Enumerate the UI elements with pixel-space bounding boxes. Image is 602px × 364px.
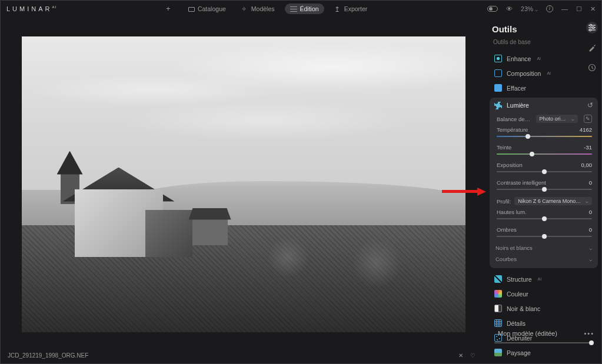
tool-enhance[interactable]: Enhance AI bbox=[490, 51, 598, 66]
bw-icon bbox=[494, 305, 502, 312]
shadows-slider[interactable] bbox=[497, 234, 592, 239]
panel-tab-mask[interactable] bbox=[586, 42, 598, 54]
exposure-slider[interactable] bbox=[497, 169, 592, 174]
zoom-dropdown[interactable]: 23% ⌵ bbox=[521, 5, 538, 12]
ai-tag: AI bbox=[538, 277, 542, 281]
topbar: LUMINARAI Catalogue Modèles Édition Expo… bbox=[1, 1, 601, 17]
profile-value: Nikon Z 6 Camera Monoc… bbox=[518, 198, 583, 204]
tool-bw[interactable]: Noir & blanc bbox=[490, 301, 598, 316]
nav-edit-label: Édition bbox=[300, 5, 319, 12]
profile-label: Profil: bbox=[497, 198, 511, 205]
svg-point-3 bbox=[592, 26, 594, 28]
history-icon bbox=[588, 64, 596, 72]
panel-tab-history[interactable] bbox=[586, 62, 598, 74]
tint-label: Teinte bbox=[497, 144, 511, 151]
highlights-label: Hautes lum. bbox=[497, 209, 527, 215]
folder-icon bbox=[188, 7, 195, 12]
tool-light[interactable]: Lumière ↺ bbox=[490, 98, 598, 113]
wb-picker[interactable]: ✎ bbox=[584, 115, 592, 123]
chevron-down-icon: ⌵ bbox=[589, 245, 592, 251]
nav-group: Catalogue Modèles Édition Exporter bbox=[161, 4, 372, 14]
tool-erase[interactable]: Effacer bbox=[490, 81, 598, 95]
equalizer-icon bbox=[588, 24, 596, 32]
export-icon bbox=[334, 5, 341, 12]
panel-tab-tools[interactable] bbox=[586, 22, 598, 34]
tool-color[interactable]: Couleur bbox=[490, 286, 598, 301]
shadows-label: Ombres bbox=[497, 226, 517, 233]
highlights-slider[interactable] bbox=[497, 216, 592, 221]
enhance-icon bbox=[494, 55, 502, 62]
tool-light-label: Lumière bbox=[507, 102, 529, 109]
nav-models[interactable]: Modèles bbox=[236, 4, 280, 14]
chevron-down-icon: ⌵ bbox=[586, 199, 588, 204]
preset-more-button[interactable]: ••• bbox=[584, 330, 594, 337]
temperature-value: 4162 bbox=[580, 126, 592, 133]
temperature-slider[interactable] bbox=[497, 134, 592, 139]
nav-export-label: Exporter bbox=[344, 5, 368, 12]
chevron-down-icon: ⌵ bbox=[589, 256, 592, 262]
view-controls: 23% ⌵ bbox=[487, 5, 553, 12]
info-button[interactable] bbox=[546, 5, 553, 12]
footer: JCD_291219_1998_ORG.NEF ✕ ♡ bbox=[1, 347, 486, 363]
tool-composition[interactable]: Composition AI bbox=[490, 66, 598, 81]
nav-catalogue-label: Catalogue bbox=[198, 5, 226, 12]
sliders-icon bbox=[290, 5, 297, 12]
canvas-area[interactable] bbox=[1, 17, 486, 348]
erase-icon bbox=[494, 84, 502, 92]
favorite-button[interactable]: ♡ bbox=[470, 352, 475, 359]
shadows-value: 0 bbox=[589, 226, 592, 233]
panel-subtitle: Outils de base bbox=[493, 39, 598, 45]
brand-logo: LUMINARAI bbox=[6, 5, 56, 12]
window-maximize[interactable]: ☐ bbox=[576, 5, 582, 13]
exposure-label: Exposition bbox=[497, 162, 523, 168]
profile-dropdown[interactable]: Nikon Z 6 Camera Monoc… ⌵ bbox=[514, 197, 592, 205]
subsection-bw-label: Noirs et blancs bbox=[495, 245, 533, 251]
wb-label: Balance des bl… bbox=[497, 116, 532, 122]
window-close[interactable]: ✕ bbox=[590, 5, 596, 13]
details-icon bbox=[494, 319, 502, 327]
reject-button[interactable]: ✕ bbox=[458, 352, 463, 359]
compare-toggle[interactable] bbox=[487, 6, 498, 12]
subsection-curves[interactable]: Courbes ⌵ bbox=[490, 253, 598, 265]
brush-icon bbox=[588, 44, 596, 52]
chevron-down-icon: ⌵ bbox=[571, 116, 574, 122]
nav-export[interactable]: Exporter bbox=[329, 4, 373, 14]
temperature-label: Température bbox=[497, 126, 528, 133]
preset-amount-slider[interactable] bbox=[494, 340, 593, 345]
wand-icon bbox=[241, 5, 248, 12]
reset-button[interactable]: ↺ bbox=[587, 101, 593, 109]
smart-contrast-slider[interactable] bbox=[497, 187, 592, 192]
sun-icon bbox=[494, 102, 502, 109]
window-minimize[interactable]: — bbox=[561, 5, 568, 13]
window-controls: — ☐ ✕ bbox=[561, 5, 596, 13]
tint-value: -31 bbox=[584, 144, 592, 151]
landscape-icon bbox=[494, 349, 502, 356]
nav-catalogue[interactable]: Catalogue bbox=[183, 4, 231, 14]
crop-icon bbox=[494, 69, 502, 77]
subsection-bw[interactable]: Noirs et blancs ⌵ bbox=[490, 242, 598, 253]
preset-label: Mon modèle (éditée) bbox=[498, 330, 557, 337]
ai-tag: AI bbox=[537, 56, 541, 61]
tools-panel: Outils Outils de base Enhance bbox=[486, 17, 601, 348]
wb-dropdown[interactable]: Photo origi… ⌵ bbox=[536, 115, 578, 123]
tool-structure[interactable]: Structure AI bbox=[490, 272, 598, 286]
svg-point-5 bbox=[589, 29, 591, 31]
smart-contrast-value: 0 bbox=[589, 179, 592, 186]
subsection-curves-label: Courbes bbox=[495, 256, 517, 262]
svg-point-1 bbox=[590, 24, 591, 26]
tool-structure-label: Structure bbox=[507, 276, 532, 283]
color-icon bbox=[494, 290, 502, 298]
tint-slider[interactable] bbox=[497, 152, 592, 156]
add-button[interactable] bbox=[161, 4, 178, 14]
tool-details-label: Détails bbox=[507, 320, 525, 327]
preview-toggle[interactable] bbox=[506, 5, 513, 12]
highlights-value: 0 bbox=[589, 209, 592, 215]
tool-enhance-label: Enhance bbox=[507, 55, 531, 62]
annotation-arrow bbox=[442, 188, 486, 196]
nav-edit[interactable]: Édition bbox=[285, 4, 324, 14]
tool-bw-label: Noir & blanc bbox=[507, 305, 540, 312]
wb-value: Photo origi… bbox=[540, 116, 569, 122]
filename: JCD_291219_1998_ORG.NEF bbox=[8, 352, 455, 359]
ai-tag: AI bbox=[547, 71, 551, 75]
tool-landscape[interactable]: Paysage bbox=[490, 345, 598, 360]
